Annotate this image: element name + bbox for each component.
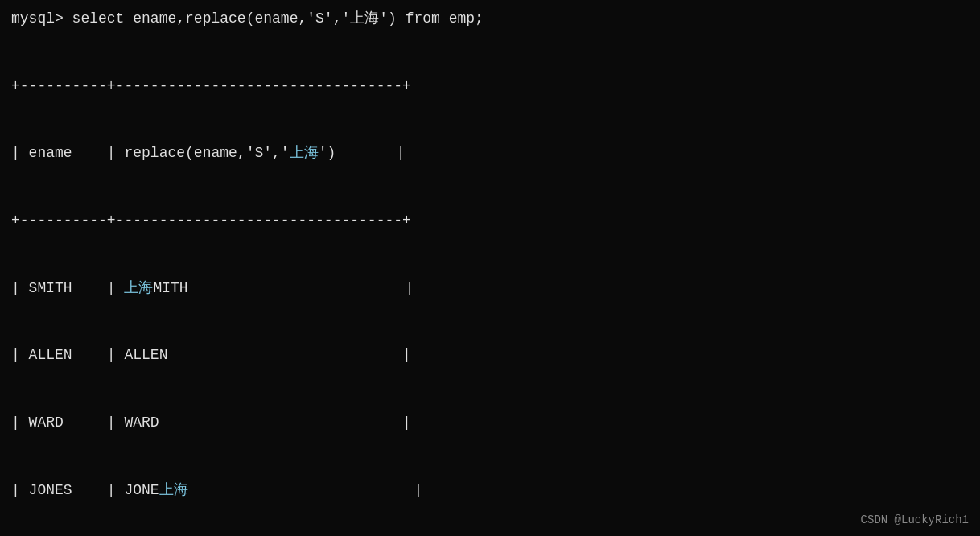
separator-top: +----------+----------------------------…	[11, 76, 969, 98]
command-line: mysql> select ename,replace(ename,'S','上…	[11, 8, 969, 27]
row-jones: | JONES | JONE上海 |	[11, 480, 969, 502]
terminal: mysql> select ename,replace(ename,'S','上…	[0, 0, 980, 536]
header-row: | ename | replace(ename,'S','上海') |	[11, 142, 969, 165]
separator-mid: +----------+----------------------------…	[11, 210, 969, 233]
row-ward: | WARD | WARD |	[11, 412, 969, 435]
row-allen: | ALLEN | ALLEN |	[11, 344, 969, 367]
watermark: CSDN @LuckyRich1	[861, 513, 969, 526]
table-container: +----------+----------------------------…	[11, 31, 969, 536]
row-smith: | SMITH | 上海MITH |	[11, 278, 969, 300]
